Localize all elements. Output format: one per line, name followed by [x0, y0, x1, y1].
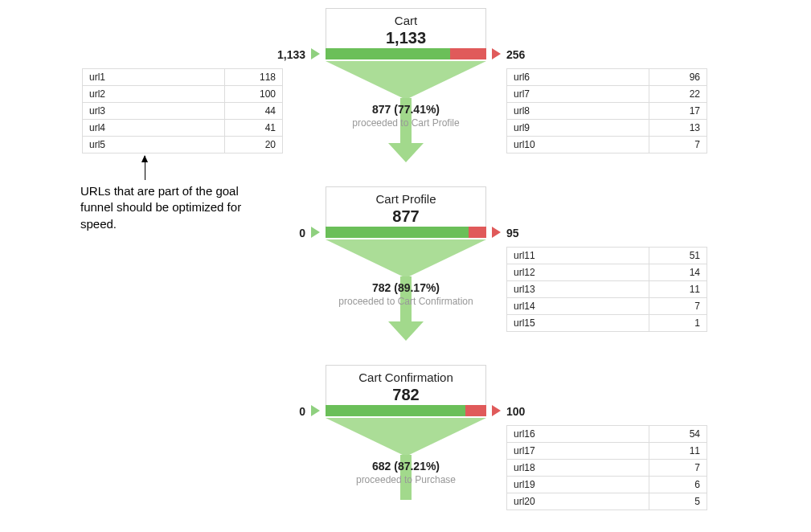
count-cell: 1	[649, 315, 707, 332]
count-cell: 7	[649, 460, 707, 477]
stage-progress-bar	[326, 227, 486, 238]
url-cell: url4	[83, 120, 225, 137]
url-cell: url6	[507, 69, 649, 86]
count-cell: 51	[649, 248, 707, 264]
url-cell: url14	[507, 298, 649, 315]
count-cell: 44	[225, 103, 283, 120]
table-row[interactable]: url107	[507, 137, 707, 153]
table-row[interactable]: url817	[507, 103, 707, 120]
exit-arrow-icon	[492, 48, 501, 59]
count-cell: 100	[225, 86, 283, 103]
bar-red-segment	[469, 227, 486, 238]
count-cell: 14	[649, 264, 707, 281]
stage-progress-bar	[326, 405, 486, 416]
exit-url-table: url1654 url1711 url187 url196 url205	[506, 425, 707, 510]
url-cell: url5	[83, 137, 225, 153]
url-cell: url18	[507, 460, 649, 477]
url-cell: url16	[507, 426, 649, 443]
count-cell: 13	[649, 120, 707, 137]
exit-arrow-icon	[492, 227, 501, 238]
exit-url-table: url696 url722 url817 url913 url107	[506, 68, 707, 153]
entry-arrow-icon	[311, 405, 320, 416]
table-row[interactable]: url696	[507, 69, 707, 86]
url-cell: url3	[83, 103, 225, 120]
annotation-text: URLs that are part of the goal funnel sh…	[80, 183, 249, 232]
count-cell: 7	[649, 298, 707, 315]
url-cell: url10	[507, 137, 649, 153]
table-row[interactable]: url1118	[83, 69, 283, 86]
count-cell: 54	[649, 426, 707, 443]
entry-arrow-icon	[311, 227, 320, 238]
proceed-label: proceeded to Cart Profile	[326, 117, 486, 129]
table-row[interactable]: url147	[507, 298, 707, 315]
url-cell: url15	[507, 315, 649, 332]
stage-title: Cart	[326, 14, 485, 27]
table-row[interactable]: url1654	[507, 426, 707, 443]
table-row[interactable]: url1711	[507, 443, 707, 460]
count-cell: 41	[225, 120, 283, 137]
bar-red-segment	[465, 405, 486, 416]
url-cell: url1	[83, 69, 225, 86]
count-cell: 22	[649, 86, 707, 103]
table-row[interactable]: url196	[507, 477, 707, 493]
table-row[interactable]: url1214	[507, 264, 707, 281]
count-cell: 11	[649, 281, 707, 298]
bar-green-segment	[326, 405, 465, 416]
table-row[interactable]: url913	[507, 120, 707, 137]
entry-count: 0	[257, 227, 305, 239]
table-row[interactable]: url441	[83, 120, 283, 137]
table-row[interactable]: url344	[83, 103, 283, 120]
url-cell: url12	[507, 264, 649, 281]
proceed-block: 682 (87.21%) proceeded to Purchase	[326, 460, 486, 485]
count-cell: 7	[649, 137, 707, 153]
proceed-count: 877 (77.41%)	[326, 103, 486, 116]
proceed-label: proceeded to Purchase	[326, 474, 486, 485]
proceed-block: 782 (89.17%) proceeded to Cart Confirmat…	[326, 281, 486, 307]
count-cell: 96	[649, 69, 707, 86]
count-cell: 20	[225, 137, 283, 153]
table-row[interactable]: url1151	[507, 248, 707, 264]
table-row[interactable]: url151	[507, 315, 707, 332]
count-cell: 11	[649, 443, 707, 460]
table-row[interactable]: url1311	[507, 281, 707, 298]
bar-green-segment	[326, 227, 469, 238]
bar-red-segment	[450, 48, 486, 59]
exit-arrow-icon	[492, 405, 501, 416]
table-row[interactable]: url2100	[83, 86, 283, 103]
url-cell: url11	[507, 248, 649, 264]
stage-count: 877	[326, 207, 485, 226]
entry-url-table: url1118 url2100 url344 url441 url520	[82, 68, 283, 153]
url-cell: url20	[507, 493, 649, 510]
exit-count: 95	[506, 227, 519, 239]
exit-count: 100	[506, 405, 525, 418]
url-cell: url19	[507, 477, 649, 493]
exit-count: 256	[506, 48, 525, 61]
url-cell: url17	[507, 443, 649, 460]
count-cell: 118	[225, 69, 283, 86]
annotation-arrow-icon	[145, 156, 145, 180]
url-cell: url2	[83, 86, 225, 103]
url-cell: url8	[507, 103, 649, 120]
bar-green-segment	[326, 48, 450, 59]
table-row[interactable]: url722	[507, 86, 707, 103]
exit-url-table: url1151 url1214 url1311 url147 url151	[506, 247, 707, 332]
url-cell: url7	[507, 86, 649, 103]
proceed-count: 782 (89.17%)	[326, 281, 486, 294]
table-row[interactable]: url205	[507, 493, 707, 510]
stage-count: 1,133	[326, 29, 485, 47]
table-row[interactable]: url187	[507, 460, 707, 477]
entry-arrow-icon	[311, 48, 320, 59]
proceed-count: 682 (87.21%)	[326, 460, 486, 473]
count-cell: 17	[649, 103, 707, 120]
stage-progress-bar	[326, 48, 486, 59]
count-cell: 5	[649, 493, 707, 510]
url-cell: url13	[507, 281, 649, 298]
stage-count: 782	[326, 386, 485, 404]
url-cell: url9	[507, 120, 649, 137]
stage-title: Cart Confirmation	[326, 370, 485, 384]
entry-count: 1,133	[257, 48, 305, 61]
stage-title: Cart Profile	[326, 192, 485, 206]
proceed-block: 877 (77.41%) proceeded to Cart Profile	[326, 103, 486, 129]
table-row[interactable]: url520	[83, 137, 283, 153]
count-cell: 6	[649, 477, 707, 493]
